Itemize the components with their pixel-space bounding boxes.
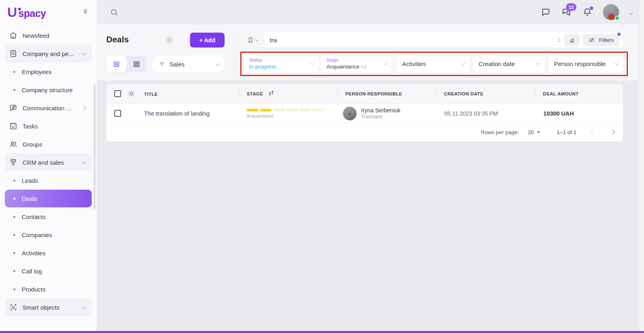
list-view-icon — [112, 60, 121, 68]
sidebar-item-products[interactable]: Products — [5, 280, 92, 298]
messenger-icon[interactable]: 12 — [561, 7, 572, 17]
column-header-title[interactable]: TITLE — [144, 92, 158, 97]
funnel-lines-icon — [159, 61, 165, 67]
eraser-icon — [569, 37, 576, 43]
filter-chip-label: Activities — [402, 60, 458, 67]
sidebar-item-activities[interactable]: Activities — [5, 244, 92, 262]
sidebar-item-label: Communication ... — [23, 105, 71, 112]
chevron-down-icon — [82, 306, 85, 308]
filter-chip-stage[interactable]: Stage Acquaintance +1 — [321, 55, 392, 73]
filters-button[interactable]: Filters — [583, 34, 619, 46]
pipeline-selector[interactable]: Sales — [152, 56, 225, 72]
sidebar-item-call-log[interactable]: Call log — [5, 262, 92, 280]
column-header-stage[interactable]: STAGE — [247, 91, 263, 96]
sidebar-item-communication[interactable]: Communication ... — [5, 99, 92, 117]
sidebar-item-deals[interactable]: Deals — [5, 190, 92, 207]
global-search-icon[interactable] — [109, 8, 119, 17]
column-header-creation-date[interactable]: CREATION DATE — [444, 91, 483, 96]
filter-chip-extra-count: +1 — [361, 64, 367, 70]
notifications-bell-icon[interactable] — [582, 7, 592, 17]
page-title: Deals — [106, 35, 129, 44]
sidebar-item-company-and-people[interactable]: Company and pe... — [5, 45, 92, 62]
sidebar-item-smart-objects[interactable]: Smart objects — [5, 298, 92, 316]
person-role: Translator — [361, 114, 400, 120]
bullet-icon — [13, 270, 15, 272]
deal-amount-value: 10300 UAH — [543, 110, 574, 117]
uspacy-logo[interactable]: U spacy — [7, 5, 46, 19]
search-input[interactable] — [264, 37, 557, 43]
sidebar-item-label: CRM and sales — [23, 159, 64, 166]
sidebar-item-groups[interactable]: Groups — [5, 135, 92, 153]
filter-chip-activities[interactable]: Activities — [396, 55, 470, 73]
row-checkbox[interactable] — [114, 110, 121, 117]
logo-text: spacy — [19, 8, 46, 19]
creation-date-value: 05.11.2023 03:35 PM — [444, 110, 498, 117]
list-view-button[interactable] — [106, 56, 127, 72]
sidebar-item-label: Activities — [22, 250, 45, 256]
filter-chip-status[interactable]: Status In progress — [244, 55, 319, 73]
people-icon — [9, 140, 18, 149]
sidebar-item-label: Call log — [22, 268, 42, 275]
add-deal-button[interactable]: + Add — [190, 33, 225, 48]
sidebar-item-company-structure[interactable]: Company structure — [5, 81, 92, 99]
sidebar-item-label: Company structure — [22, 87, 73, 93]
feedback-chat-icon[interactable] — [541, 7, 551, 17]
chat-pen-icon — [9, 103, 18, 112]
deal-title-link[interactable]: The translation of landing — [144, 110, 210, 117]
sidebar-item-crm-and-sales[interactable]: CRM and sales — [5, 153, 92, 171]
clear-search-button[interactable] — [564, 34, 580, 46]
pipeline-selector-label: Sales — [169, 61, 185, 68]
sidebar-scrollbar[interactable] — [94, 84, 95, 209]
page-settings-gear-icon[interactable] — [165, 36, 173, 46]
rows-per-page-select[interactable]: 20 — [528, 129, 541, 135]
filter-chip-creation-date[interactable]: Creation date — [473, 55, 545, 73]
page-scrollbar[interactable] — [639, 0, 644, 331]
column-divider — [436, 91, 436, 97]
user-avatar[interactable] — [603, 4, 619, 20]
stage-segment — [247, 109, 258, 112]
sidebar-item-label: Tasks — [23, 123, 38, 130]
table-row[interactable]: The translation of landing Acquaintance … — [106, 104, 623, 123]
table-pagination: Rows per page: 20 1–1 of 1 — [106, 123, 623, 141]
sidebar-item-contacts[interactable]: Contacts — [5, 208, 92, 225]
stage-label: Acquaintance — [247, 114, 274, 118]
column-header-person[interactable]: PERSON RESPONSIBLE — [345, 91, 402, 96]
chevron-down-icon — [536, 60, 540, 65]
pin-sidebar-icon[interactable] — [81, 8, 89, 16]
sidebar-item-label: Groups — [23, 141, 42, 148]
kanban-view-button[interactable] — [127, 56, 147, 72]
filters-button-label: Filters — [599, 37, 614, 43]
person-avatar[interactable] — [343, 107, 357, 120]
chevron-down-icon — [461, 60, 465, 65]
pagination-range: 1–1 of 1 — [557, 129, 576, 135]
previous-page-button[interactable] — [592, 130, 595, 134]
sidebar-item-employees[interactable]: Employees — [5, 63, 92, 81]
messenger-badge: 12 — [566, 3, 576, 11]
sidebar-item-tasks[interactable]: Tasks — [5, 117, 92, 135]
stage-segment — [299, 109, 311, 112]
bullet-icon — [13, 89, 15, 91]
bullet-icon — [13, 71, 15, 73]
bookmark-icon — [247, 37, 254, 43]
filter-chip-person-responsible[interactable]: Person responsible — [548, 55, 623, 73]
sidebar-item-companies[interactable]: Companies — [5, 226, 92, 244]
main-content: Deals + Add 1 Filters — [97, 24, 639, 331]
profile-chevron-down-icon[interactable] — [630, 8, 633, 16]
stage-segment — [312, 109, 324, 112]
filter-chip-value: In progress — [249, 63, 308, 70]
grid-view-icon — [132, 60, 141, 68]
select-all-checkbox[interactable] — [114, 90, 121, 97]
stage-segment — [260, 109, 272, 112]
chevron-down-icon — [215, 61, 219, 66]
sidebar-item-newsfeed[interactable]: Newsfeed — [5, 27, 92, 44]
stage-segment — [273, 109, 285, 112]
saved-filters-bookmark-button[interactable] — [242, 32, 264, 48]
column-header-deal-amount[interactable]: DEAL AMOUNT — [543, 91, 579, 96]
bullet-icon — [13, 198, 15, 200]
sidebar-item-leads[interactable]: Leads — [5, 172, 92, 189]
table-settings-gear-icon[interactable] — [128, 90, 135, 97]
next-page-button[interactable] — [611, 130, 614, 134]
sort-arrows-icon[interactable] — [267, 90, 275, 97]
person-name[interactable]: Iryna Serbeniuk — [361, 107, 400, 114]
stage-progress-bar[interactable] — [247, 109, 324, 112]
